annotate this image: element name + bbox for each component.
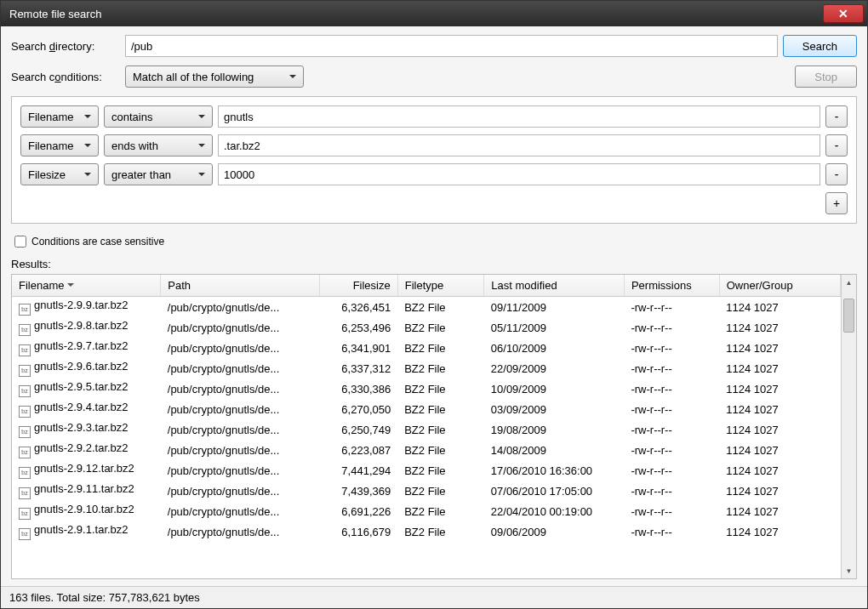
col-ownergroup[interactable]: Owner/Group — [719, 275, 840, 297]
cell-path: /pub/crypto/gnutls/de... — [161, 378, 320, 399]
scroll-down-icon: ▼ — [842, 563, 856, 578]
cell-path: /pub/crypto/gnutls/de... — [161, 317, 320, 338]
col-filename[interactable]: Filename — [12, 275, 161, 297]
col-permissions[interactable]: Permissions — [624, 275, 719, 297]
add-condition-button[interactable]: + — [825, 192, 848, 214]
condition-field-dropdown[interactable]: Filesize — [20, 163, 99, 185]
condition-operator-dropdown[interactable]: contains — [104, 105, 213, 128]
condition-field-value: Filesize — [28, 168, 66, 181]
file-icon: bz — [19, 426, 31, 438]
cell-filename: bzgnutls-2.9.7.tar.bz2 — [12, 338, 161, 358]
cell-lastmodified: 07/06/2010 17:05:00 — [484, 481, 625, 501]
cell-path: /pub/crypto/gnutls/de... — [161, 521, 320, 542]
table-row[interactable]: bzgnutls-2.9.8.tar.bz2/pub/crypto/gnutls… — [12, 317, 841, 338]
cell-filetype: BZ2 File — [397, 481, 484, 501]
table-row[interactable]: bzgnutls-2.9.3.tar.bz2/pub/crypto/gnutls… — [12, 419, 841, 440]
window: Remote file search ✕ Search directory: S… — [0, 0, 868, 609]
cell-filesize: 6,270,050 — [320, 399, 397, 419]
remove-condition-button[interactable]: - — [825, 105, 848, 128]
results-label: Results: — [11, 258, 857, 270]
table-row[interactable]: bzgnutls-2.9.4.tar.bz2/pub/crypto/gnutls… — [12, 399, 841, 419]
cell-ownergroup: 1124 1027 — [719, 460, 840, 481]
file-icon: bz — [19, 447, 31, 458]
table-header-row: Filename Path Filesize Filetype Last mod… — [12, 275, 841, 297]
cell-permissions: -rw-r--r-- — [624, 297, 719, 318]
cell-permissions: -rw-r--r-- — [624, 460, 719, 481]
table-row[interactable]: bzgnutls-2.9.1.tar.bz2/pub/crypto/gnutls… — [12, 521, 841, 542]
cell-filename: bzgnutls-2.9.9.tar.bz2 — [12, 297, 161, 318]
table-row[interactable]: bzgnutls-2.9.5.tar.bz2/pub/crypto/gnutls… — [12, 378, 841, 399]
case-sensitive-checkbox[interactable] — [14, 236, 26, 248]
sort-desc-icon — [67, 283, 74, 290]
table-row[interactable]: bzgnutls-2.9.7.tar.bz2/pub/crypto/gnutls… — [12, 338, 841, 358]
cell-filetype: BZ2 File — [397, 358, 484, 378]
cell-ownergroup: 1124 1027 — [719, 358, 840, 378]
cell-ownergroup: 1124 1027 — [719, 317, 840, 338]
cell-ownergroup: 1124 1027 — [719, 521, 840, 542]
cell-lastmodified: 19/08/2009 — [484, 419, 625, 440]
close-icon: ✕ — [838, 7, 848, 20]
col-lastmodified[interactable]: Last modified — [484, 275, 625, 297]
remove-condition-button[interactable]: - — [825, 134, 848, 157]
cell-path: /pub/crypto/gnutls/de... — [161, 501, 320, 521]
condition-value-input[interactable] — [218, 105, 820, 128]
cell-lastmodified: 05/11/2009 — [484, 317, 625, 338]
search-directory-input[interactable] — [125, 35, 778, 57]
cell-filename: bzgnutls-2.9.4.tar.bz2 — [12, 399, 161, 419]
condition-operator-dropdown[interactable]: greater than — [104, 163, 213, 185]
scroll-up-icon: ▲ — [842, 275, 856, 290]
cell-permissions: -rw-r--r-- — [624, 481, 719, 501]
col-filesize[interactable]: Filesize — [320, 275, 397, 297]
cell-ownergroup: 1124 1027 — [719, 440, 840, 460]
cell-filename: bzgnutls-2.9.5.tar.bz2 — [12, 378, 161, 399]
table-row[interactable]: bzgnutls-2.9.11.tar.bz2/pub/crypto/gnutl… — [12, 481, 841, 501]
cell-filesize: 6,116,679 — [320, 521, 397, 542]
cell-lastmodified: 06/10/2009 — [484, 338, 625, 358]
cell-permissions: -rw-r--r-- — [624, 419, 719, 440]
search-directory-row: Search directory: Search — [11, 35, 857, 57]
cell-path: /pub/crypto/gnutls/de... — [161, 358, 320, 378]
cell-filesize: 6,337,312 — [320, 358, 397, 378]
cell-filetype: BZ2 File — [397, 460, 484, 481]
table-row[interactable]: bzgnutls-2.9.12.tar.bz2/pub/crypto/gnutl… — [12, 460, 841, 481]
cell-ownergroup: 1124 1027 — [719, 338, 840, 358]
cell-filetype: BZ2 File — [397, 338, 484, 358]
titlebar: Remote file search ✕ — [1, 1, 867, 26]
stop-button[interactable]: Stop — [795, 65, 857, 88]
col-filetype[interactable]: Filetype — [397, 275, 484, 297]
vertical-scrollbar[interactable]: ▲ ▼ — [841, 275, 856, 578]
condition-operator-dropdown[interactable]: ends with — [104, 134, 213, 157]
results-scroll[interactable]: Filename Path Filesize Filetype Last mod… — [12, 275, 841, 578]
file-icon: bz — [19, 487, 31, 499]
table-row[interactable]: bzgnutls-2.9.10.tar.bz2/pub/crypto/gnutl… — [12, 501, 841, 521]
table-row[interactable]: bzgnutls-2.9.6.tar.bz2/pub/crypto/gnutls… — [12, 358, 841, 378]
file-icon: bz — [19, 385, 31, 397]
cell-filesize: 6,330,386 — [320, 378, 397, 399]
cell-path: /pub/crypto/gnutls/de... — [161, 481, 320, 501]
cell-filetype: BZ2 File — [397, 440, 484, 460]
cell-filesize: 6,326,451 — [320, 297, 397, 318]
cell-permissions: -rw-r--r-- — [624, 378, 719, 399]
close-button[interactable]: ✕ — [823, 4, 864, 23]
cell-filename: bzgnutls-2.9.2.tar.bz2 — [12, 440, 161, 460]
file-icon: bz — [19, 324, 31, 336]
table-row[interactable]: bzgnutls-2.9.2.tar.bz2/pub/crypto/gnutls… — [12, 440, 841, 460]
cell-filesize: 6,253,496 — [320, 317, 397, 338]
condition-value-input[interactable] — [218, 163, 820, 185]
cell-permissions: -rw-r--r-- — [624, 521, 719, 542]
search-button[interactable]: Search — [783, 35, 857, 57]
condition-field-dropdown[interactable]: Filename — [20, 134, 99, 157]
cell-lastmodified: 17/06/2010 16:36:00 — [484, 460, 625, 481]
condition-field-dropdown[interactable]: Filename — [20, 105, 99, 128]
table-row[interactable]: bzgnutls-2.9.9.tar.bz2/pub/crypto/gnutls… — [12, 297, 841, 318]
condition-value-input[interactable] — [218, 134, 820, 157]
cell-filename: bzgnutls-2.9.12.tar.bz2 — [12, 460, 161, 481]
col-path[interactable]: Path — [161, 275, 320, 297]
remove-condition-button[interactable]: - — [825, 163, 848, 185]
cell-filetype: BZ2 File — [397, 378, 484, 399]
file-icon: bz — [19, 508, 31, 520]
cell-ownergroup: 1124 1027 — [719, 419, 840, 440]
scroll-thumb[interactable] — [843, 299, 854, 333]
match-mode-dropdown[interactable]: Match all of the following — [125, 65, 304, 88]
search-directory-label: Search directory: — [11, 40, 120, 53]
